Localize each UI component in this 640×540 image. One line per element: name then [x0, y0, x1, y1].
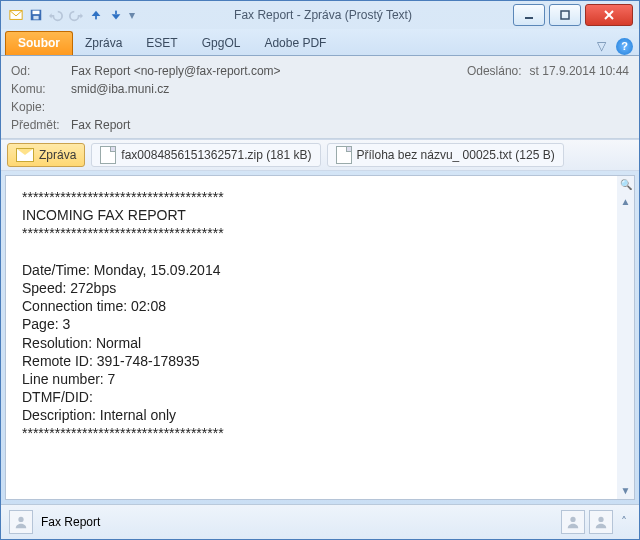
ribbon-right: ▽ ? — [592, 37, 639, 55]
cc-label: Kopie: — [11, 100, 71, 114]
file-icon — [100, 146, 116, 164]
save-button[interactable] — [27, 6, 45, 24]
mail-icon — [7, 6, 25, 24]
svg-rect-2 — [33, 11, 40, 15]
close-button[interactable] — [585, 4, 633, 26]
tab-message[interactable]: Zpráva — [73, 32, 134, 55]
svg-point-14 — [18, 517, 23, 522]
attachment-strip: Zpráva fax0084856151362571.zip (181 kB) … — [1, 139, 639, 171]
svg-rect-11 — [561, 11, 569, 19]
window-title: Fax Report - Zpráva (Prostý Text) — [137, 8, 509, 22]
people-pane-bar: Fax Report ˄ — [1, 504, 639, 539]
scroll-track[interactable] — [617, 210, 634, 482]
attachment-name: Příloha bez názvu_ 00025.txt (125 B) — [357, 148, 555, 162]
svg-rect-9 — [115, 11, 117, 15]
attachment-name: fax0084856151362571.zip (181 kB) — [121, 148, 311, 162]
svg-rect-7 — [95, 16, 97, 20]
qat-customize-button[interactable]: ▾ — [127, 6, 137, 24]
to-value: smid@iba.muni.cz — [71, 82, 169, 96]
help-button[interactable]: ? — [616, 38, 633, 55]
subject-value: Fax Report — [71, 118, 130, 132]
undo-button[interactable] — [47, 6, 65, 24]
previous-item-button[interactable] — [87, 6, 105, 24]
svg-point-15 — [570, 517, 575, 522]
tab-eset[interactable]: ESET — [134, 32, 189, 55]
svg-point-16 — [598, 517, 603, 522]
quick-access-toolbar: ▾ — [7, 6, 137, 24]
svg-rect-3 — [33, 16, 38, 20]
message-body: ************************************* IN… — [6, 176, 617, 499]
attachment-item[interactable]: fax0084856151362571.zip (181 kB) — [91, 143, 320, 167]
ribbon-collapse-button[interactable]: ▽ — [592, 37, 610, 55]
ribbon-tabs: Soubor Zpráva ESET GpgOL Adobe PDF ▽ ? — [1, 29, 639, 56]
svg-marker-5 — [80, 13, 83, 18]
attachment-item[interactable]: Příloha bez názvu_ 00025.txt (125 B) — [327, 143, 564, 167]
svg-rect-10 — [525, 17, 533, 19]
svg-marker-4 — [49, 13, 52, 18]
attachment-tab-message[interactable]: Zpráva — [7, 143, 85, 167]
zoom-icon[interactable]: 🔍 — [617, 176, 634, 193]
maximize-button[interactable] — [549, 4, 581, 26]
window-controls — [509, 4, 633, 26]
message-window: ▾ Fax Report - Zpráva (Prostý Text) Soub… — [0, 0, 640, 540]
avatar[interactable] — [589, 510, 613, 534]
attachment-tab-label: Zpráva — [39, 148, 76, 162]
minimize-button[interactable] — [513, 4, 545, 26]
from-value: Fax Report <no-reply@fax-report.com> — [71, 64, 281, 78]
titlebar: ▾ Fax Report - Zpráva (Prostý Text) — [1, 1, 639, 29]
vertical-scrollbar[interactable]: 🔍 ▲ ▼ — [617, 176, 634, 499]
subject-label: Předmět: — [11, 118, 71, 132]
svg-marker-8 — [112, 14, 121, 19]
redo-button[interactable] — [67, 6, 85, 24]
avatar[interactable] — [561, 510, 585, 534]
sent-label: Odesláno: — [467, 64, 522, 78]
file-icon — [336, 146, 352, 164]
scroll-up-button[interactable]: ▲ — [617, 193, 634, 210]
expand-people-pane-button[interactable]: ˄ — [617, 515, 631, 529]
tab-file[interactable]: Soubor — [5, 31, 73, 55]
to-label: Komu: — [11, 82, 71, 96]
mail-icon — [16, 148, 34, 162]
message-body-container: ************************************* IN… — [5, 175, 635, 500]
from-label: Od: — [11, 64, 71, 78]
scroll-down-button[interactable]: ▼ — [617, 482, 634, 499]
tab-adobepdf[interactable]: Adobe PDF — [252, 32, 338, 55]
next-item-button[interactable] — [107, 6, 125, 24]
tab-gpgol[interactable]: GpgOL — [190, 32, 253, 55]
message-header: Od: Fax Report <no-reply@fax-report.com>… — [1, 56, 639, 139]
avatar — [9, 510, 33, 534]
sender-name: Fax Report — [41, 515, 100, 529]
sent-value: st 17.9.2014 10:44 — [530, 64, 629, 78]
svg-marker-6 — [92, 11, 101, 16]
